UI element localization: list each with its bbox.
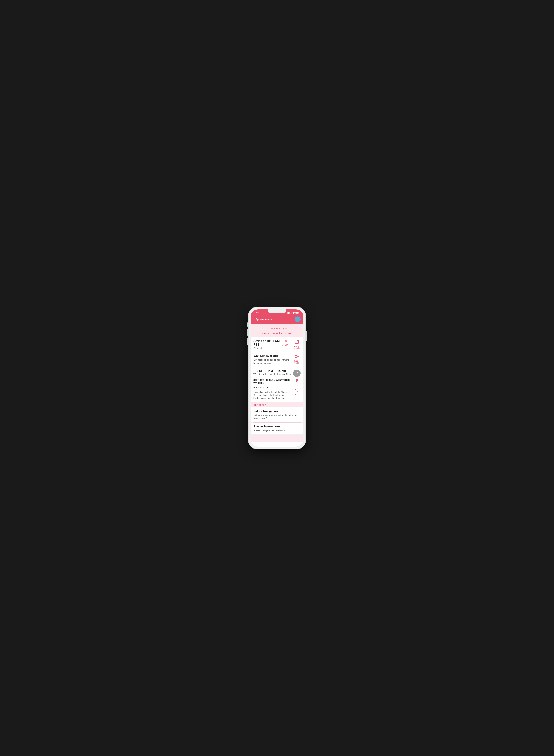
call-button[interactable]: Call	[293, 388, 300, 396]
signal-icon: ▐▐▐▐	[286, 312, 291, 314]
provider-address: 820 NORTH CHELAN WENATCHEE WA 98801	[254, 379, 291, 385]
notch	[268, 309, 286, 313]
content-area: Starts at 10:00 AM PST 20 minutes ✕ Canc…	[251, 337, 303, 441]
provider-phone: 509-436-4111	[254, 386, 291, 389]
phone-screen: 9:41 ▐▐▐▐	[251, 309, 303, 446]
svg-rect-8	[295, 342, 296, 342]
cancel-label: Cancel Appt	[281, 344, 290, 346]
waitlist-info: Wait List Available Get notified if an e…	[254, 354, 292, 364]
power-button[interactable]	[306, 331, 307, 341]
svg-point-17	[296, 380, 297, 380]
appointment-date: Tuesday, December 22, 2020	[254, 332, 300, 335]
bottom-spacer	[251, 435, 303, 442]
review-instructions-card[interactable]: Review Instructions Please bring your in…	[251, 422, 303, 435]
appointment-info: Starts at 10:00 AM PST 20 minutes	[254, 339, 280, 349]
waitlist-card: Wait List Available Get notified if an e…	[251, 352, 303, 367]
provider-avatar-initial: R	[296, 371, 298, 375]
provider-actions: R	[293, 369, 300, 377]
indoor-nav-description: Not sure where your appointment is after…	[254, 414, 300, 420]
add-to-calendar-button[interactable]: Add toCalendar	[293, 339, 300, 349]
svg-rect-10	[297, 342, 298, 342]
map-button[interactable]: Map	[293, 379, 300, 387]
svg-rect-12	[296, 343, 297, 343]
home-indicator-area	[251, 442, 303, 447]
back-button[interactable]: ‹ Appointments	[254, 317, 272, 321]
call-label: Call	[295, 394, 298, 396]
appointment-actions: ✕ Cancel Appt	[281, 339, 300, 349]
phone-frame: 9:41 ▐▐▐▐	[248, 307, 306, 449]
wifi-icon	[292, 312, 295, 314]
svg-rect-2	[296, 312, 298, 313]
get-ready-header: GET READY	[251, 402, 303, 407]
waitlist-icon	[295, 354, 299, 360]
cancel-appt-button[interactable]: ✕ Cancel Appt	[281, 339, 290, 346]
appointment-title: Office Visit	[254, 327, 300, 332]
volume-down-button[interactable]	[247, 338, 248, 345]
indoor-navigation-card[interactable]: Indoor Navigation Not sure where your ap…	[251, 407, 303, 422]
calendar-label: Add toCalendar	[293, 345, 300, 349]
indoor-nav-title: Indoor Navigation	[254, 410, 300, 413]
volume-mute-button[interactable]	[247, 322, 248, 327]
review-instructions-title: Review Instructions	[254, 425, 300, 428]
avatar-initial: J	[297, 318, 298, 321]
get-on-waitlist-button[interactable]: Get OnWait List	[293, 354, 300, 364]
battery-icon	[295, 312, 299, 314]
user-avatar[interactable]: J	[295, 316, 300, 322]
calendar-icon	[295, 339, 299, 345]
provider-avatar: R	[293, 369, 300, 377]
home-indicator-bar	[269, 444, 285, 444]
nav-bar: ‹ Appointments J	[251, 315, 303, 324]
appointment-duration: 20 minutes	[254, 347, 280, 349]
map-icon	[295, 379, 299, 384]
cancel-icon: ✕	[284, 339, 287, 344]
provider-contact: 820 NORTH CHELAN WENATCHEE WA 98801 509-…	[254, 379, 291, 400]
call-icon	[295, 388, 299, 393]
status-icons: ▐▐▐▐	[286, 312, 299, 314]
provider-card: RUSSELL HAVLICEK, MD Wenatchee Internal …	[251, 367, 303, 402]
provider-location: Wenatchee Internal Medicine 3rd Floor	[254, 373, 291, 375]
back-arrow-icon: ‹	[254, 317, 255, 321]
status-time: 9:41	[255, 311, 259, 314]
appointment-card: Starts at 10:00 AM PST 20 minutes ✕ Canc…	[251, 337, 303, 352]
back-label: Appointments	[255, 318, 272, 321]
svg-rect-11	[295, 343, 296, 343]
svg-rect-3	[299, 312, 299, 313]
page-header: Office Visit Tuesday, December 22, 2020	[251, 324, 303, 337]
waitlist-description: Get notified if an earlier appointment b…	[254, 358, 292, 364]
waitlist-title: Wait List Available	[254, 354, 292, 358]
provider-note: Located on the 3rd floor of the Mares Bu…	[254, 391, 291, 400]
svg-rect-9	[296, 342, 297, 342]
appointment-time: Starts at 10:00 AM PST	[254, 339, 280, 346]
review-instructions-description: Please bring your insurance card.	[254, 429, 300, 432]
waitlist-actions: Get OnWait List	[293, 354, 300, 364]
map-label: Map	[295, 385, 298, 387]
svg-point-0	[293, 313, 294, 314]
volume-up-button[interactable]	[247, 329, 248, 336]
waitlist-label: Get OnWait List	[294, 360, 300, 364]
provider-name: RUSSELL HAVLICEK, MD	[254, 369, 291, 372]
provider-info: RUSSELL HAVLICEK, MD Wenatchee Internal …	[254, 369, 291, 377]
